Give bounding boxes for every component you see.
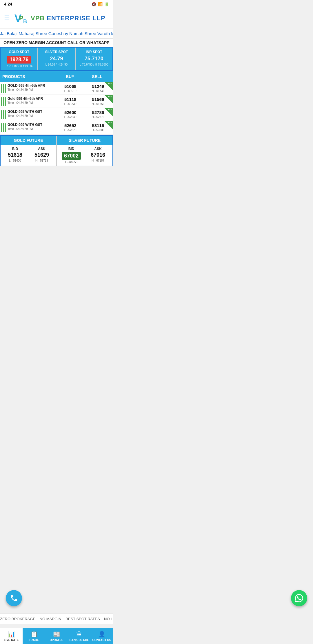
future-gold-header: GOLD FUTURE [1,136,56,145]
future-gold-bid-label: BID [2,147,28,151]
buy-badge-text: BUY [108,108,112,111]
future-gold-ask-value: 51629 [28,152,55,158]
spot-gold-title: GOLD SPOT [2,50,36,54]
spot-gold-value: 1928.76 [7,56,31,64]
spot-gold-range: L 1919.02 / H 1935.89 [2,65,36,68]
status-bar: 4:24 🔇 📶 🔋 [0,0,113,8]
spot-card-inr: INR SPOT 75.7170 L 75.6450 / H 75.8800 [76,48,112,70]
buy-badge-container: BUY [104,108,113,117]
products-header: PRODUCTS BUY SELL [0,71,113,82]
top-marquee: Jai Balaji Maharaj Shree Ganeshay Namah … [0,29,113,39]
product-buy-price: 52600 [57,110,84,115]
product-buy-cell: 52652 L - 52870 [57,123,84,132]
spot-card-silver: SILVER SPOT 24.79 L 24.56 / H 24.90 [38,48,75,70]
logo-svg: V P B [14,11,28,26]
product-buy-price: 51118 [57,97,84,102]
buy-badge-text: BUY [108,122,112,124]
product-buy-cell: 51068 L - 51010 [57,84,84,93]
product-name: Gold 999 4th-5th APR [8,97,43,101]
future-gold-ask-col: ASK 51629 H - 51719 [28,147,55,162]
status-icons: 🔇 📶 🔋 [92,2,109,6]
spot-silver-range: L 24.56 / H 24.90 [40,63,73,66]
green-bars [1,110,6,119]
future-silver-bid-label: BID [58,147,85,151]
product-buy-price: 51068 [57,84,84,89]
menu-icon[interactable]: ☰ [4,15,10,22]
future-silver-ask-value: 67016 [85,152,111,158]
green-bars [1,123,6,132]
table-row: GOLD 995 4th-5th APR Time - 04:24:29 PM … [0,82,113,95]
future-gold-bid-range: L - 51400 [2,159,28,162]
product-buy-low: L - 52540 [57,115,84,119]
future-silver-values: BID 67002 L - 66550 ASK 67016 H - 67187 [57,145,112,166]
product-name: GOLD 995 WITH GST [8,110,42,114]
future-silver-bid-range: L - 66550 [58,161,85,164]
status-time: 4:24 [4,2,12,6]
green-bars [1,97,6,106]
svg-text:P: P [19,15,23,22]
marquee-text: Jai Balaji Maharaj Shree Ganeshay Namah … [0,31,113,36]
app-title: VPB ENTERPRISE LLP [31,15,105,22]
product-name: GOLD 995 4th-5th APR [8,84,45,88]
spot-silver-value: 24.79 [40,56,73,62]
buy-badge-container: BUY [104,82,113,91]
spot-rates-grid: GOLD SPOT 1928.76 L 1919.02 / H 1935.89 … [0,47,113,71]
future-card-gold: GOLD FUTURE BID 51618 L - 51400 ASK 5162… [1,136,56,166]
col-sell: SELL [84,74,111,79]
product-buy-low: L - 51010 [57,89,84,93]
spot-inr-value: 75.7170 [77,56,111,62]
buy-badge-container: BUY [104,95,113,104]
product-time: Time - 04:24:29 PM [8,101,43,104]
spot-silver-title: SILVER SPOT [40,50,73,54]
promo-banner: OPEN ZERO MARGIN ACCOUNT CALL OR WHATSAP… [0,39,113,47]
future-gold-ask-label: ASK [28,147,55,151]
product-rows: GOLD 995 4th-5th APR Time - 04:24:29 PM … [0,82,113,134]
future-silver-ask-label: ASK [85,147,111,151]
product-time: Time - 04:24:29 PM [8,88,45,91]
table-row: GOLD 995 WITH GST Time - 04:24:29 PM 526… [0,108,113,121]
svg-text:B: B [23,19,27,24]
future-silver-header: SILVER FUTURE [57,136,112,145]
future-card-silver: SILVER FUTURE BID 67002 L - 66550 ASK 67… [57,136,112,166]
future-silver-bid-col: BID 67002 L - 66550 [58,147,85,164]
buy-badge-container: BUY [104,121,113,130]
product-name-cell: GOLD 995 4th-5th APR Time - 04:24:29 PM [1,84,57,93]
spot-inr-title: INR SPOT [77,50,111,54]
col-buy: BUY [57,74,84,79]
product-name-cell: Gold 999 4th-5th APR Time - 04:24:29 PM [1,97,57,106]
product-time: Time - 04:24:29 PM [8,114,42,117]
logo-container: V P B VPB ENTERPRISE LLP [14,11,105,26]
buy-badge-text: BUY [108,95,112,97]
futures-section: GOLD FUTURE BID 51618 L - 51400 ASK 5162… [0,135,113,166]
product-name: GOLD 999 WITH GST [8,123,42,127]
future-gold-bid-value: 51618 [2,152,28,158]
product-buy-cell: 52600 L - 52540 [57,110,84,119]
products-section: PRODUCTS BUY SELL GOLD 995 4th-5th APR T… [0,71,113,134]
table-row: Gold 999 4th-5th APR Time - 04:24:29 PM … [0,95,113,108]
app-header: ☰ V P B VPB ENTERPRISE LLP [0,8,113,29]
future-gold-ask-range: H - 51719 [28,159,55,162]
future-gold-values: BID 51618 L - 51400 ASK 51629 H - 51719 [1,145,56,164]
buy-badge-text: BUY [108,82,112,84]
product-buy-price: 52652 [57,123,84,128]
product-time: Time - 04:24:29 PM [8,127,42,131]
future-silver-bid-value: 67002 [62,152,81,160]
product-name-cell: GOLD 999 WITH GST Time - 04:24:29 PM [1,123,57,132]
future-silver-ask-range: H - 67187 [85,159,111,162]
table-row: GOLD 999 WITH GST Time - 04:24:29 PM 526… [0,121,113,134]
product-name-cell: GOLD 995 WITH GST Time - 04:24:29 PM [1,110,57,119]
future-gold-bid-col: BID 51618 L - 51400 [2,147,28,162]
spot-inr-range: L 75.6450 / H 75.8800 [77,63,111,66]
future-silver-ask-col: ASK 67016 H - 67187 [85,147,111,164]
col-products: PRODUCTS [2,74,57,79]
product-buy-low: L - 51330 [57,102,84,106]
product-buy-low: L - 52870 [57,129,84,132]
product-buy-cell: 51118 L - 51330 [57,97,84,106]
spot-card-gold: GOLD SPOT 1928.76 L 1919.02 / H 1935.89 [1,48,37,70]
green-bars [1,84,6,93]
